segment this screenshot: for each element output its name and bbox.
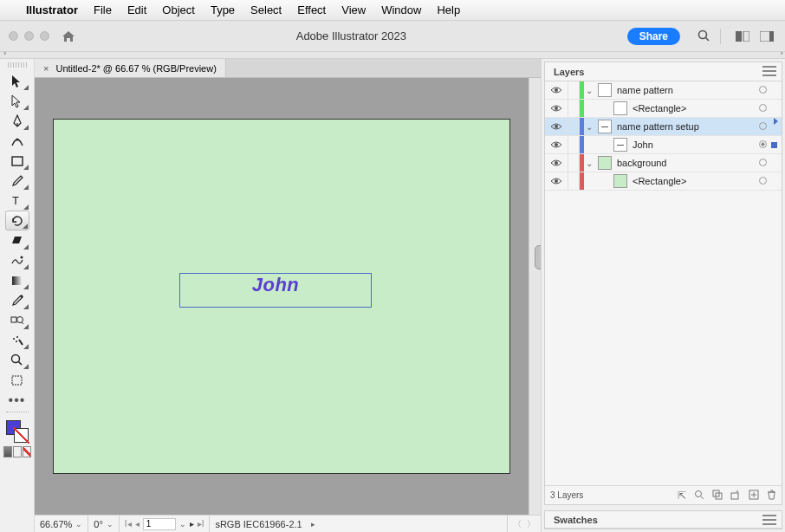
- swatches-tab[interactable]: Swatches: [545, 515, 607, 525]
- target-icon[interactable]: [754, 176, 771, 186]
- delete-layer-icon[interactable]: [767, 490, 776, 502]
- first-artboard-icon[interactable]: I◂: [125, 519, 132, 529]
- selected-text-frame[interactable]: John: [179, 273, 372, 308]
- vertical-scrollbar[interactable]: [529, 78, 541, 515]
- layer-row[interactable]: <Rectangle>: [545, 100, 782, 118]
- chevron-right-icon[interactable]: ▸: [311, 520, 315, 529]
- workspace-switcher-icon[interactable]: [757, 27, 776, 46]
- layer-name-label[interactable]: name pattern: [615, 85, 754, 95]
- app-menu[interactable]: Illustrator: [26, 3, 78, 16]
- chevron-down-icon[interactable]: ⌄: [179, 520, 186, 529]
- artboard[interactable]: John: [53, 119, 510, 474]
- last-artboard-icon[interactable]: ▸I: [198, 519, 204, 529]
- menu-view[interactable]: View: [341, 3, 366, 16]
- lock-toggle[interactable]: [568, 81, 580, 99]
- disclosure-triangle[interactable]: ⌄: [584, 86, 594, 95]
- fill-stroke-swatch[interactable]: [6, 420, 29, 443]
- panel-menu-icon[interactable]: [762, 515, 776, 525]
- target-icon[interactable]: [754, 139, 771, 150]
- new-sublayer-icon[interactable]: +: [730, 490, 741, 502]
- layer-row[interactable]: ⌄background: [545, 154, 782, 172]
- target-icon[interactable]: [754, 121, 771, 132]
- layer-name-label[interactable]: background: [615, 158, 754, 168]
- pen-tool[interactable]: [5, 111, 29, 131]
- share-button[interactable]: Share: [627, 28, 680, 45]
- export-icon[interactable]: ⇱: [678, 490, 686, 502]
- menu-help[interactable]: Help: [437, 3, 460, 16]
- zoom-tool[interactable]: [5, 350, 29, 370]
- symbol-sprayer-tool[interactable]: [5, 330, 29, 350]
- lock-toggle[interactable]: [568, 136, 580, 153]
- locate-object-icon[interactable]: [694, 490, 704, 502]
- paintbrush-tool[interactable]: [5, 171, 29, 191]
- target-icon[interactable]: [754, 158, 771, 168]
- panel-grip[interactable]: [8, 62, 27, 68]
- gradient-tool[interactable]: [5, 270, 29, 290]
- layer-name-label[interactable]: name pattern setup: [615, 121, 754, 132]
- artboard-number-input[interactable]: [143, 518, 176, 530]
- menu-effect[interactable]: Effect: [297, 3, 326, 16]
- eyedropper-tool[interactable]: [5, 290, 29, 310]
- prev-artboard-icon[interactable]: ◂: [135, 519, 139, 529]
- chevron-down-icon[interactable]: ⌄: [107, 520, 114, 529]
- menu-window[interactable]: Window: [381, 3, 421, 16]
- layer-row[interactable]: ⌄name pattern setup: [545, 118, 782, 136]
- visibility-toggle[interactable]: [545, 177, 568, 185]
- arrange-documents-icon[interactable]: [733, 27, 752, 46]
- next-artboard-icon[interactable]: ▸: [190, 519, 194, 529]
- menu-file[interactable]: File: [94, 3, 112, 16]
- home-icon[interactable]: [62, 30, 75, 42]
- selection-tool[interactable]: [5, 71, 29, 91]
- target-icon[interactable]: [754, 85, 771, 95]
- menu-edit[interactable]: Edit: [127, 3, 146, 16]
- visibility-toggle[interactable]: [545, 122, 568, 131]
- disclosure-triangle[interactable]: ⌄: [584, 122, 594, 132]
- document-tab[interactable]: × Untitled-2* @ 66.67 % (RGB/Preview): [35, 59, 226, 77]
- layers-tab[interactable]: Layers: [545, 67, 593, 77]
- rectangle-tool[interactable]: [5, 151, 29, 171]
- search-icon[interactable]: [694, 27, 713, 46]
- visibility-toggle[interactable]: [545, 140, 568, 149]
- layer-name-label[interactable]: <Rectangle>: [631, 176, 754, 186]
- color-profile-label[interactable]: sRGB IEC61966-2.1▸: [210, 516, 508, 532]
- layer-row[interactable]: John: [545, 136, 782, 154]
- rotate-tool[interactable]: [5, 211, 29, 230]
- eraser-tool[interactable]: [5, 230, 29, 250]
- visibility-toggle[interactable]: [545, 86, 568, 94]
- lock-toggle[interactable]: [568, 100, 580, 117]
- artboard-nav[interactable]: I◂ ◂ ⌄ ▸ ▸I: [120, 516, 211, 532]
- chevron-down-icon[interactable]: ⌄: [75, 520, 82, 529]
- clipping-mask-icon[interactable]: [712, 490, 723, 502]
- artboard-tool[interactable]: [5, 370, 29, 390]
- lock-toggle[interactable]: [568, 118, 580, 135]
- new-layer-icon[interactable]: [749, 490, 759, 502]
- panel-menu-icon[interactable]: [762, 66, 776, 76]
- zoom-field[interactable]: 66.67%⌄: [35, 516, 88, 532]
- traffic-lights[interactable]: [9, 31, 49, 41]
- rotate-field[interactable]: 0°⌄: [88, 516, 120, 532]
- edit-toolbar-icon[interactable]: •••: [5, 390, 29, 410]
- visibility-toggle[interactable]: [545, 104, 568, 113]
- layer-row[interactable]: ⌄name pattern: [545, 81, 782, 100]
- lock-toggle[interactable]: [568, 172, 580, 190]
- layer-name-label[interactable]: <Rectangle>: [631, 103, 754, 114]
- menu-select[interactable]: Select: [250, 3, 282, 16]
- menu-type[interactable]: Type: [211, 3, 235, 16]
- draw-modes[interactable]: [3, 446, 31, 457]
- type-tool[interactable]: T: [5, 191, 29, 211]
- direct-selection-tool[interactable]: [5, 91, 29, 111]
- h-scroll-arrows[interactable]: 〈〉: [508, 518, 541, 530]
- visibility-toggle[interactable]: [545, 159, 568, 167]
- free-transform-tool[interactable]: [5, 250, 29, 270]
- lock-toggle[interactable]: [568, 154, 580, 172]
- target-icon[interactable]: [754, 103, 771, 114]
- layer-name-label[interactable]: John: [631, 139, 754, 150]
- curvature-tool[interactable]: [5, 131, 29, 151]
- canvas-viewport[interactable]: John: [35, 78, 541, 515]
- menu-object[interactable]: Object: [162, 3, 195, 16]
- layer-row[interactable]: <Rectangle>: [545, 172, 782, 191]
- control-bar-collapsed[interactable]: [0, 52, 785, 59]
- close-tab-icon[interactable]: ×: [43, 63, 49, 74]
- disclosure-triangle[interactable]: ⌄: [584, 159, 594, 168]
- blend-tool[interactable]: [5, 310, 29, 330]
